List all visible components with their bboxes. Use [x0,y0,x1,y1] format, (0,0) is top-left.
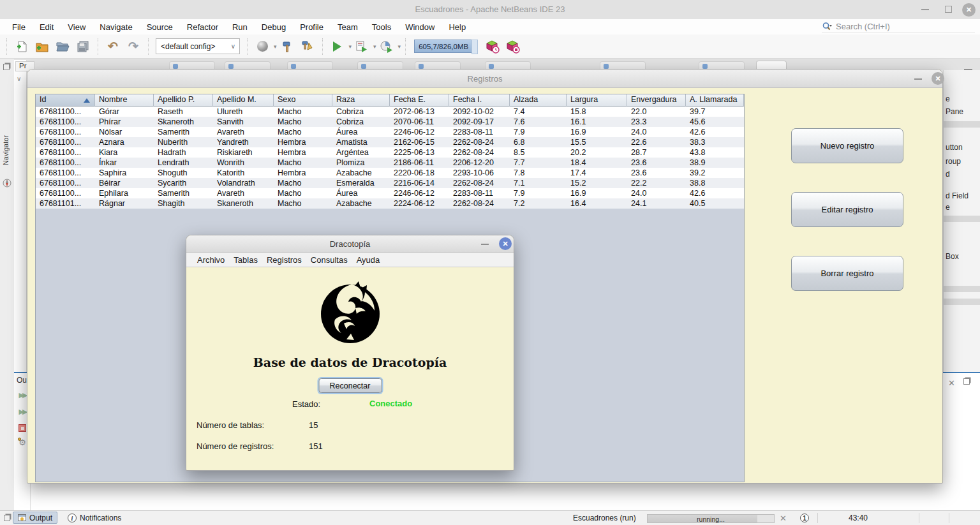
palette-item-clipped[interactable]: utton [946,143,963,152]
num-registros-value: 151 [309,441,323,451]
table-row[interactable]: 67681100...BéirarSycarithVolandrathMacho… [36,178,744,188]
borrar-registro-button[interactable]: Borrar registro [791,256,903,291]
dialog-titlebar[interactable]: Dracotopía ✕ [186,235,514,253]
file-icon [702,64,708,69]
table-row[interactable]: 67681101...RágnarShagithSkanerothMachoAz… [36,198,744,209]
menu-refactor[interactable]: Refactor [180,22,225,32]
minimize-icon[interactable] [914,78,922,80]
restore-group-icon[interactable] [3,64,10,70]
table-row[interactable]: 67681100...EphilaraSamerithAvarethMachoÁ… [36,188,744,198]
dialog-menu-registros[interactable]: Registros [264,255,305,265]
redo-icon[interactable]: ↷ [125,38,142,55]
navigator-dock-tab[interactable]: Navigator [2,135,10,165]
toolbar-separator [148,38,149,55]
palette-item-clipped[interactable]: e [946,94,950,103]
close-icon[interactable]: ✕ [499,237,512,250]
table-cell: 67681101... [36,198,95,209]
notification-badge[interactable]: 1 [800,511,809,525]
menu-window[interactable]: Window [398,22,442,32]
config-select[interactable]: <default config> ∨ [156,38,240,54]
column-header-largura[interactable]: Largura [567,94,627,107]
nuevo-registro-button[interactable]: Nuevo registro [791,128,903,163]
profile-project-icon[interactable] [378,38,395,55]
tab-output-clipped[interactable]: Ou [17,376,27,385]
undo-icon[interactable]: ↶ [105,38,121,55]
palette-item-clipped[interactable]: Pane [946,107,963,116]
progress-bar[interactable]: running... [647,514,775,523]
stop-process-icon[interactable]: ✕ [780,511,787,525]
table-row[interactable]: 67681100...AznaraNuberithYandrethHembraA… [36,137,744,147]
table-row[interactable]: 67681100...SaphiraShoguthKatorithHembraA… [36,168,744,178]
chevron-down-icon[interactable]: ∨ [17,75,21,82]
table-row[interactable]: 67681100...ÍnkarLendrathWonrithMachoPlom… [36,158,744,168]
search-input[interactable]: Search (Ctrl+I) [822,20,975,33]
column-header-nombre[interactable]: Nombre [95,94,154,107]
menu-source[interactable]: Source [140,22,180,32]
column-header-a-llamarada[interactable]: A. Llamarada [686,94,744,107]
table-cell: 28.7 [627,147,686,158]
menu-help[interactable]: Help [442,22,473,32]
palette-item-clipped[interactable]: d [946,170,950,179]
menu-profile[interactable]: Profile [293,22,330,32]
table-cell: 67681100... [36,127,95,137]
menu-view[interactable]: View [61,22,93,32]
minimize-icon[interactable] [921,9,929,10]
debug-project-icon[interactable] [353,38,370,55]
open-project-icon[interactable] [54,38,71,55]
save-all-icon[interactable] [75,38,91,55]
column-header-id[interactable]: Id [36,94,95,107]
profiler-cube-clock-icon[interactable] [484,38,501,55]
table-row[interactable]: 67681100...NólsarSamerithAvarethMachoÁur… [36,127,744,137]
column-header-sexo[interactable]: Sexo [274,94,332,107]
minimize-icon[interactable] [481,244,489,245]
memory-indicator[interactable]: 605,7/826,0MB [414,40,473,53]
table-row[interactable]: 67681100...GórarRasethUlurethMachoCobriz… [36,107,744,117]
menu-tools[interactable]: Tools [365,22,398,32]
statusbar-tab-notifications[interactable]: i Notifications [68,511,121,525]
float-window-icon[interactable] [963,378,970,385]
dialog-menu-consultas[interactable]: Consultas [308,255,351,265]
palette-item-clipped[interactable]: Box [946,252,959,261]
menu-team[interactable]: Team [330,22,365,32]
statusbar-tab-output[interactable]: Output [13,512,57,524]
table-row[interactable]: 67681100...PhírarSkanerothSanvithMachoCo… [36,117,744,127]
dialog-menu-ayuda[interactable]: Ayuda [353,255,383,265]
profiler-cube-stop-icon[interactable] [505,38,521,55]
table-row[interactable]: 67681100...KiaraHadrathRiskiarethHembraA… [36,147,744,158]
close-icon[interactable]: ✕ [932,72,944,85]
table-cell: Cobriza [332,107,390,117]
dialog-heading: Base de datos de Dracotopía [186,355,514,369]
reconectar-button[interactable]: Reconectar [318,378,382,393]
clean-build-icon[interactable] [299,38,316,55]
run-project-icon[interactable] [329,38,346,55]
dock-group-icon[interactable] [4,515,10,521]
column-header-apellido-p-[interactable]: Apellido P. [154,94,213,107]
column-header-fecha-i-[interactable]: Fecha I. [449,94,510,107]
connect-sphere-icon[interactable] [254,38,271,55]
column-header-alzada[interactable]: Alzada [510,94,567,107]
menu-navigate[interactable]: Navigate [93,22,139,32]
close-icon[interactable]: ✕ [962,3,976,17]
new-file-icon[interactable] [13,38,30,55]
menu-debug[interactable]: Debug [255,22,293,32]
build-hammer-icon[interactable] [279,38,295,55]
registros-titlebar[interactable]: Registros ✕ [27,70,942,88]
table-cell: Cobriza [332,117,390,127]
palette-item-clipped[interactable]: e [946,203,950,212]
column-header-raza[interactable]: Raza [332,94,390,107]
table-cell: Nólsar [95,127,154,137]
palette-item-clipped[interactable]: d Field [946,191,969,200]
menu-run[interactable]: Run [225,22,255,32]
palette-item-clipped[interactable]: roup [946,157,961,166]
column-header-fecha-e-[interactable]: Fecha E. [390,94,449,107]
close-output-icon[interactable]: ✕ [948,378,955,388]
column-header-apellido-m-[interactable]: Apellido M. [213,94,274,107]
dialog-menu-archivo[interactable]: Archivo [194,255,228,265]
dialog-menu-tablas[interactable]: Tablas [230,255,261,265]
new-project-icon[interactable] [34,38,50,55]
column-header-envergadura[interactable]: Envergadura [627,94,686,107]
menu-file[interactable]: File [5,22,33,32]
maximize-icon[interactable] [945,6,952,13]
menu-edit[interactable]: Edit [33,22,61,32]
editar-registro-button[interactable]: Editar registro [791,192,903,227]
